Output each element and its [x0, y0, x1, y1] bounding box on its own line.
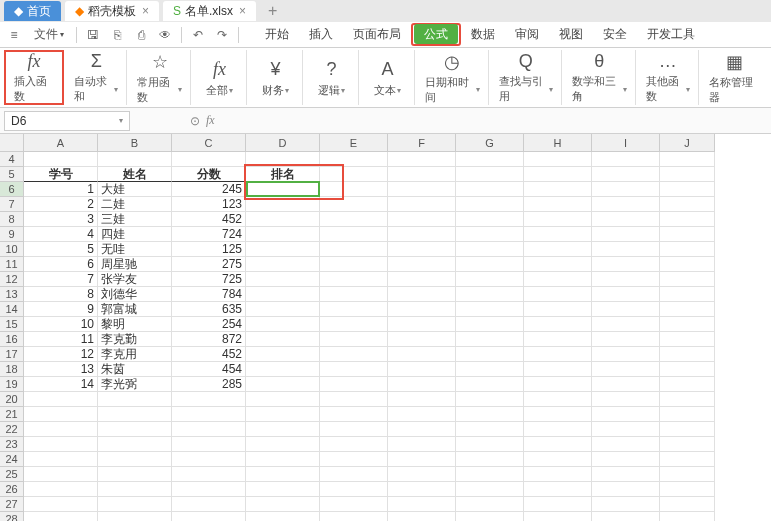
col-header[interactable]: F [388, 134, 456, 152]
cell[interactable] [320, 197, 388, 212]
cell[interactable] [246, 272, 320, 287]
menu-formula[interactable]: 公式 [414, 24, 458, 44]
cell[interactable] [456, 152, 524, 167]
cell[interactable] [388, 512, 456, 521]
cell[interactable] [320, 467, 388, 482]
cell[interactable] [24, 152, 98, 167]
cell[interactable] [246, 512, 320, 521]
cell[interactable]: 无哇 [98, 242, 172, 257]
cell[interactable] [246, 437, 320, 452]
all-fn-button[interactable]: fx全部▾ [193, 50, 247, 105]
cell[interactable] [246, 287, 320, 302]
cell[interactable]: 朱茵 [98, 362, 172, 377]
cell[interactable]: 254 [172, 317, 246, 332]
cell[interactable]: 四娃 [98, 227, 172, 242]
cell[interactable] [524, 482, 592, 497]
cell[interactable] [246, 392, 320, 407]
cell[interactable] [320, 287, 388, 302]
cell[interactable] [592, 512, 660, 521]
cell[interactable] [320, 512, 388, 521]
cell[interactable] [524, 512, 592, 521]
cell[interactable] [320, 212, 388, 227]
col-header[interactable]: C [172, 134, 246, 152]
file-menu[interactable]: 文件▾ [30, 24, 68, 45]
cell[interactable] [456, 242, 524, 257]
cell[interactable] [320, 377, 388, 392]
cell[interactable] [388, 497, 456, 512]
cell[interactable] [524, 317, 592, 332]
cell[interactable] [456, 497, 524, 512]
cell[interactable]: 725 [172, 272, 246, 287]
cell[interactable] [24, 482, 98, 497]
row-header[interactable]: 9 [0, 227, 24, 242]
col-header[interactable]: A [24, 134, 98, 152]
cell[interactable] [246, 452, 320, 467]
cell[interactable] [524, 392, 592, 407]
cell[interactable] [524, 422, 592, 437]
cell[interactable]: 大娃 [98, 182, 172, 197]
cell[interactable]: 6 [24, 257, 98, 272]
cell[interactable] [172, 467, 246, 482]
cell[interactable]: 学号 [24, 167, 98, 182]
cell[interactable] [524, 272, 592, 287]
col-header[interactable]: G [456, 134, 524, 152]
cell[interactable] [660, 287, 715, 302]
logic-fn-button[interactable]: ?逻辑▾ [305, 50, 359, 105]
tab-template[interactable]: ◆稻壳模板× [65, 1, 159, 21]
cell[interactable] [24, 437, 98, 452]
cell[interactable] [388, 482, 456, 497]
name-manager-button[interactable]: ▦名称管理器 [701, 50, 767, 105]
cell[interactable] [98, 482, 172, 497]
cell[interactable] [388, 182, 456, 197]
text-fn-button[interactable]: A文本▾ [361, 50, 415, 105]
cell[interactable] [320, 302, 388, 317]
redo-icon[interactable]: ↷ [214, 27, 230, 43]
print-icon[interactable]: ⎙ [133, 27, 149, 43]
cell[interactable] [24, 422, 98, 437]
cell[interactable] [592, 377, 660, 392]
cell[interactable] [592, 197, 660, 212]
cell[interactable] [524, 182, 592, 197]
cell[interactable] [320, 257, 388, 272]
cell[interactable] [524, 257, 592, 272]
cell[interactable]: 635 [172, 302, 246, 317]
cell[interactable] [456, 467, 524, 482]
cell[interactable] [246, 302, 320, 317]
cell[interactable]: 9 [24, 302, 98, 317]
cell[interactable] [320, 182, 388, 197]
col-header[interactable]: D [246, 134, 320, 152]
cell[interactable]: 刘德华 [98, 287, 172, 302]
cell[interactable] [388, 227, 456, 242]
row-header[interactable]: 19 [0, 377, 24, 392]
cell[interactable] [456, 482, 524, 497]
cell[interactable] [592, 302, 660, 317]
menu-start[interactable]: 开始 [255, 23, 299, 46]
cell[interactable]: 452 [172, 212, 246, 227]
cell[interactable] [388, 377, 456, 392]
cell[interactable] [98, 392, 172, 407]
cell[interactable] [456, 362, 524, 377]
row-header[interactable]: 25 [0, 467, 24, 482]
cell[interactable] [524, 437, 592, 452]
cell[interactable] [660, 482, 715, 497]
cell[interactable] [320, 482, 388, 497]
cell[interactable]: 7 [24, 272, 98, 287]
cell[interactable] [172, 422, 246, 437]
cell[interactable] [320, 332, 388, 347]
cell[interactable]: 784 [172, 287, 246, 302]
cell[interactable] [592, 392, 660, 407]
cell[interactable]: 123 [172, 197, 246, 212]
cell[interactable] [456, 257, 524, 272]
row-header[interactable]: 27 [0, 497, 24, 512]
cell[interactable] [24, 392, 98, 407]
cell[interactable] [98, 467, 172, 482]
cell[interactable] [246, 227, 320, 242]
cell[interactable] [660, 197, 715, 212]
cells-area[interactable]: 学号姓名分数排名1大娃2452二娃1233三娃4524四娃7245无哇1256周… [24, 152, 715, 521]
menu-icon[interactable]: ≡ [6, 27, 22, 43]
row-header[interactable]: 14 [0, 302, 24, 317]
cell[interactable] [592, 242, 660, 257]
cell[interactable] [524, 197, 592, 212]
cell[interactable]: 10 [24, 317, 98, 332]
cell[interactable] [246, 377, 320, 392]
